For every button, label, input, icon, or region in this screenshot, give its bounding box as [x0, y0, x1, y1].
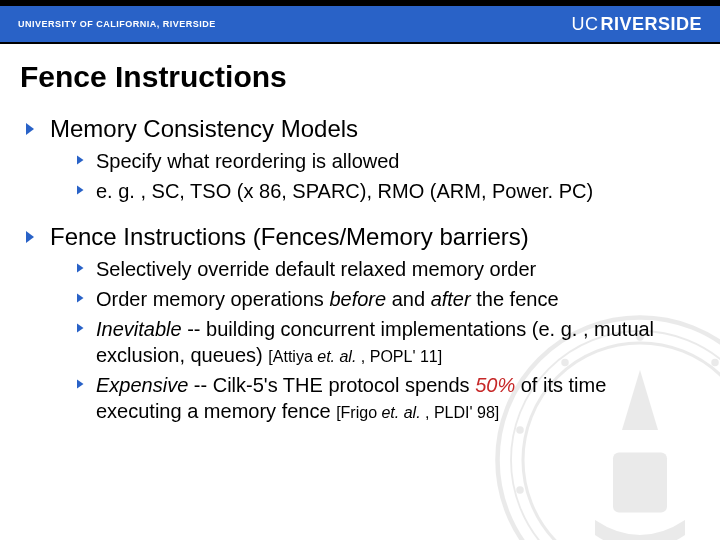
list-item: e. g. , SC, TSO (x 86, SPARC), RMO (ARM,… [76, 178, 696, 204]
slide-content: Memory Consistency Models Specify what r… [0, 100, 720, 424]
chevron-right-icon [76, 293, 86, 303]
list-item: Selectively override default relaxed mem… [76, 256, 696, 282]
cite-em: et. al. [317, 348, 356, 365]
header-right-logo: UCRIVERSIDE [571, 14, 702, 35]
header-bar: UNIVERSITY OF CALIFORNIA, RIVERSIDE UCRI… [0, 0, 720, 44]
list-item: Specify what reordering is allowed [76, 148, 696, 174]
section-1-items: Specify what reordering is allowed e. g.… [76, 148, 696, 204]
item-text: Inevitable -- building concurrent implem… [96, 316, 696, 368]
list-item: Order memory operations before and after… [76, 286, 696, 312]
section-1-text: Memory Consistency Models [50, 114, 358, 144]
chevron-right-icon [24, 122, 38, 136]
text-fragment: -- Cilk-5's THE protocol spends [188, 374, 475, 396]
text-fragment: the fence [471, 288, 559, 310]
header-left-text: UNIVERSITY OF CALIFORNIA, RIVERSIDE [18, 19, 216, 29]
cite-fragment: [Attiya [268, 348, 317, 365]
chevron-right-icon [76, 155, 86, 165]
highlight-percent: 50% [475, 374, 515, 396]
item-text: Specify what reordering is allowed [96, 148, 400, 174]
text-fragment: Order memory operations [96, 288, 329, 310]
logo-uc: UC [571, 14, 598, 35]
emphasis-word: Inevitable [96, 318, 182, 340]
chevron-right-icon [24, 230, 38, 244]
list-item: Inevitable -- building concurrent implem… [76, 316, 696, 368]
logo-name: RIVERSIDE [600, 14, 702, 35]
slide-title: Fence Instructions [0, 44, 720, 100]
svg-point-11 [517, 487, 523, 493]
cite-fragment: , PLDI' 98] [421, 404, 500, 421]
cite-em: et. al. [381, 404, 420, 421]
chevron-right-icon [76, 263, 86, 273]
cite-fragment: [Frigo [336, 404, 381, 421]
citation: [Attiya et. al. , POPL' 11] [268, 348, 442, 365]
item-text: Order memory operations before and after… [96, 286, 559, 312]
chevron-right-icon [76, 323, 86, 333]
cite-fragment: , POPL' 11] [356, 348, 442, 365]
item-text: Selectively override default relaxed mem… [96, 256, 536, 282]
section-2-text: Fence Instructions (Fences/Memory barrie… [50, 222, 529, 252]
chevron-right-icon [76, 379, 86, 389]
section-1-heading: Memory Consistency Models [24, 114, 696, 144]
emphasis-word: Expensive [96, 374, 188, 396]
text-fragment: and [386, 288, 430, 310]
emphasis-before: before [329, 288, 386, 310]
item-text: e. g. , SC, TSO (x 86, SPARC), RMO (ARM,… [96, 178, 593, 204]
svg-point-12 [517, 427, 523, 433]
svg-rect-3 [613, 453, 667, 513]
chevron-right-icon [76, 185, 86, 195]
section-2-items: Selectively override default relaxed mem… [76, 256, 696, 424]
emphasis-after: after [431, 288, 471, 310]
list-item: Expensive -- Cilk-5's THE protocol spend… [76, 372, 696, 424]
item-text: Expensive -- Cilk-5's THE protocol spend… [96, 372, 696, 424]
citation: [Frigo et. al. , PLDI' 98] [336, 404, 499, 421]
section-2-heading: Fence Instructions (Fences/Memory barrie… [24, 222, 696, 252]
